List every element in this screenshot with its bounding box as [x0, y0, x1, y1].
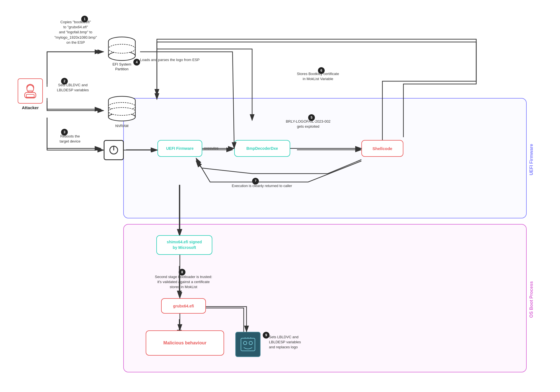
- executes-label: executes: [204, 146, 219, 151]
- svg-point-2: [27, 85, 34, 92]
- attacker-label: Attacker: [13, 105, 47, 110]
- shellcode-node: Shellcode: [361, 140, 403, 157]
- attacker-icon: [18, 78, 43, 104]
- annotation-4-text: Loads and parses the logo from ESP: [140, 57, 224, 62]
- attacker-node: Attacker: [13, 78, 47, 110]
- annotation-9-icon: [235, 332, 261, 357]
- efi-partition-node: EFI SystemPartition: [104, 36, 140, 72]
- annotation-2-text: Sets LBLDVC andLBLDESP variables: [49, 83, 97, 93]
- efi-partition-label: EFI SystemPartition: [112, 62, 131, 72]
- shimx64-node: shimx64.efi signedby Microsoft: [156, 235, 212, 255]
- uefi-firmware-region: [123, 98, 527, 218]
- annotation-1-text: Copies "bootkit.efi"to "grubx64.efi"and …: [49, 20, 102, 45]
- svg-rect-4: [26, 94, 34, 97]
- uefi-firmware-label: UEFI Firmware: [529, 104, 534, 216]
- nvram-label: NVRAM: [115, 124, 129, 128]
- annotation-5-text: BRLY-LOGOFAIL-2023-002gets exploited: [275, 119, 342, 129]
- bmp-decoder-node: BmpDecoderDxe: [234, 140, 290, 157]
- annotation-6-text: Stores Bootkitty certificatein MokList V…: [277, 71, 359, 81]
- svg-point-20: [108, 108, 135, 115]
- annotation-3-text: Reboots thetarget device: [48, 134, 92, 144]
- power-button-node: [104, 140, 124, 160]
- annotation-9-circle: 9: [263, 332, 269, 339]
- svg-point-25: [249, 341, 252, 345]
- os-boot-label: OS Boot Process: [529, 230, 534, 370]
- grubx64-node: grubx64.efi: [161, 298, 206, 314]
- svg-point-13: [108, 44, 135, 53]
- nvram-node: NVRAM: [104, 95, 140, 128]
- annotation-8-text: Second stage bootloader is trusted:it's …: [140, 274, 227, 290]
- uefi-firmware-node: UEFI Firmware: [157, 140, 202, 157]
- svg-point-24: [243, 341, 247, 345]
- annotation-9-text: Sets LBLDVC andLBLDESP variablesand repl…: [269, 335, 336, 350]
- annotation-4-circle: 4: [133, 59, 140, 66]
- annotation-7-text: Execution is cleanly returned to caller: [219, 183, 305, 188]
- malicious-behaviour-node: Malicious behaviour: [146, 330, 224, 356]
